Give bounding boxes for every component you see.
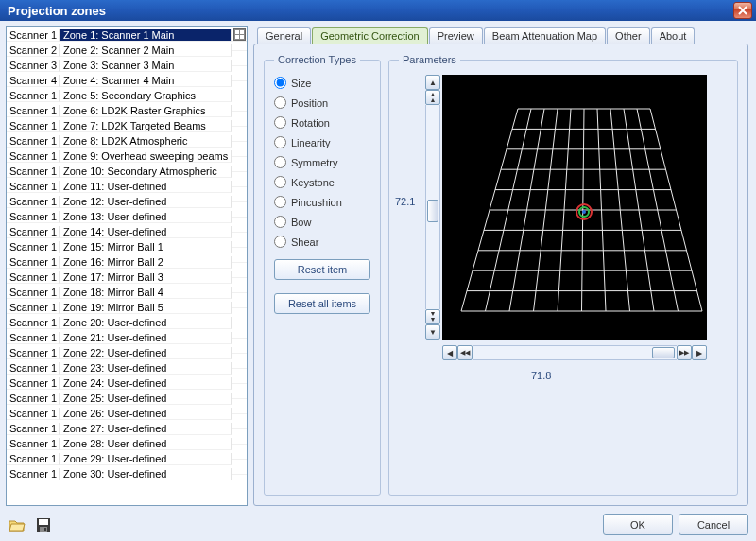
arrow-down-icon[interactable]: ▼: [425, 324, 440, 340]
zone-row[interactable]: Scanner 1Zone 13: User-defined: [7, 209, 247, 224]
radio-position[interactable]: [274, 96, 286, 109]
zone-row[interactable]: Scanner 1Zone 29: User-defined: [7, 451, 247, 466]
zone-scanner-cell: Scanner 1: [7, 241, 60, 253]
geometry-preview[interactable]: [442, 75, 707, 340]
tab-general[interactable]: General: [257, 27, 311, 44]
zone-row[interactable]: Scanner 1Zone 19: Mirror Ball 5: [7, 300, 247, 315]
zone-row[interactable]: Scanner 1Zone 26: User-defined: [7, 406, 247, 421]
zone-row[interactable]: Scanner 1Zone 21: User-defined: [7, 330, 247, 345]
correction-option-position[interactable]: Position: [274, 93, 370, 113]
zone-row[interactable]: Scanner 1Zone 14: User-defined: [7, 224, 247, 239]
zone-row[interactable]: Scanner 1Zone 18: Mirror Ball 4: [7, 285, 247, 300]
zone-name-cell: Zone 25: User-defined: [60, 393, 232, 405]
tab-preview[interactable]: Preview: [429, 27, 483, 44]
zone-row[interactable]: Scanner 1Zone 17: Mirror Ball 3: [7, 270, 247, 285]
ok-button[interactable]: OK: [603, 514, 673, 535]
zone-name-cell: Zone 11: User-defined: [60, 181, 232, 193]
cancel-button[interactable]: Cancel: [679, 514, 748, 535]
zone-row[interactable]: Scanner 1Zone 15: Mirror Ball 1: [7, 239, 247, 254]
zone-row[interactable]: Scanner 1Zone 8: LD2K Atmospheric: [7, 133, 247, 148]
tab-beam-attenuation[interactable]: Beam Attenuation Map: [484, 27, 606, 44]
zone-row[interactable]: Scanner 2Zone 2: Scanner 2 Main: [7, 43, 247, 58]
arrow-down-double-icon[interactable]: ▼▼: [425, 309, 440, 324]
zone-list[interactable]: Scanner 1Zone 1: Scanner 1 MainScanner 2…: [6, 26, 248, 506]
zone-row[interactable]: Scanner 1Zone 30: User-defined: [7, 466, 247, 481]
radio-shear[interactable]: [274, 236, 286, 248]
zone-row[interactable]: Scanner 4Zone 4: Scanner 4 Main: [7, 73, 247, 88]
zone-scanner-cell: Scanner 1: [7, 453, 60, 465]
zone-row[interactable]: Scanner 1Zone 5: Secondary Graphics: [7, 88, 247, 103]
zone-grid-icon: [232, 444, 247, 445]
arrow-left-double-icon[interactable]: ◀◀: [457, 345, 472, 360]
zone-row[interactable]: Scanner 1Zone 16: Mirror Ball 2: [7, 254, 247, 270]
zone-grid-icon: [232, 28, 247, 42]
close-button[interactable]: [733, 2, 752, 19]
tab-geometric-correction[interactable]: Geometric Correction: [312, 27, 428, 44]
horizontal-thumb[interactable]: [652, 347, 675, 358]
zone-name-cell: Zone 4: Scanner 4 Main: [60, 75, 232, 87]
correction-option-rotation[interactable]: Rotation: [274, 113, 370, 132]
zone-scanner-cell: Scanner 1: [7, 226, 60, 238]
tab-about[interactable]: About: [651, 27, 696, 44]
zone-name-cell: Zone 23: User-defined: [60, 362, 232, 375]
zone-grid-icon: [232, 247, 247, 248]
zone-grid-icon: [232, 413, 247, 414]
vertical-thumb[interactable]: [427, 200, 438, 222]
zone-name-cell: Zone 19: Mirror Ball 5: [60, 302, 232, 314]
zone-row[interactable]: Scanner 1Zone 20: User-defined: [7, 315, 247, 330]
zone-row[interactable]: Scanner 1Zone 22: User-defined: [7, 345, 247, 360]
right-panel: General Geometric Correction Preview Bea…: [253, 26, 748, 506]
zone-name-cell: Zone 9: Overhead sweeping beams: [60, 150, 232, 163]
zone-grid-icon: [232, 292, 247, 293]
correction-option-linearity[interactable]: Linearity: [274, 132, 370, 152]
radio-symmetry[interactable]: [274, 156, 286, 168]
horizontal-slider[interactable]: ◀ ◀◀ ▶▶ ▶: [442, 345, 707, 360]
zone-scanner-cell: Scanner 1: [7, 332, 60, 344]
zone-row[interactable]: Scanner 1Zone 9: Overhead sweeping beams: [7, 148, 247, 164]
reset-all-button[interactable]: Reset all items: [274, 293, 370, 314]
radio-rotation[interactable]: [274, 116, 286, 129]
save-file-button[interactable]: [32, 515, 55, 535]
zone-grid-icon: [232, 277, 247, 278]
zone-row[interactable]: Scanner 3Zone 3: Scanner 3 Main: [7, 58, 247, 73]
radio-pincushion[interactable]: [274, 196, 286, 208]
reset-item-button[interactable]: Reset item: [274, 259, 370, 280]
radio-size[interactable]: [274, 77, 286, 89]
zone-grid-icon: [232, 232, 247, 233]
zone-row[interactable]: Scanner 1Zone 23: User-defined: [7, 360, 247, 375]
arrow-up-icon[interactable]: ▲: [425, 75, 440, 90]
zone-scanner-cell: Scanner 1: [7, 135, 60, 148]
zone-row[interactable]: Scanner 1Zone 10: Secondary Atmospheric: [7, 164, 247, 179]
tab-other[interactable]: Other: [607, 27, 650, 44]
zone-row[interactable]: Scanner 1Zone 1: Scanner 1 Main: [7, 27, 247, 43]
arrow-up-double-icon[interactable]: ▲▲: [425, 90, 440, 105]
zone-grid-icon: [232, 80, 247, 81]
radio-keystone[interactable]: [274, 176, 286, 188]
zone-name-cell: Zone 15: Mirror Ball 1: [60, 241, 232, 253]
zone-row[interactable]: Scanner 1Zone 24: User-defined: [7, 375, 247, 391]
radio-linearity[interactable]: [274, 136, 286, 148]
zone-row[interactable]: Scanner 1Zone 25: User-defined: [7, 391, 247, 406]
zone-row[interactable]: Scanner 1Zone 28: User-defined: [7, 436, 247, 451]
arrow-left-icon[interactable]: ◀: [442, 345, 457, 360]
correction-option-shear[interactable]: Shear: [274, 232, 370, 252]
zone-grid-icon: [232, 96, 247, 96]
arrow-right-double-icon[interactable]: ▶▶: [677, 345, 692, 360]
correction-option-keystone[interactable]: Keystone: [274, 172, 370, 192]
radio-bow[interactable]: [274, 216, 286, 228]
vertical-slider[interactable]: ▲ ▲▲ ▼▼ ▼: [425, 75, 440, 340]
zone-row[interactable]: Scanner 1Zone 27: User-defined: [7, 421, 247, 436]
zone-row[interactable]: Scanner 1Zone 11: User-defined: [7, 179, 247, 194]
correction-option-bow[interactable]: Bow: [274, 212, 370, 232]
zone-row[interactable]: Scanner 1Zone 12: User-defined: [7, 194, 247, 209]
open-file-button[interactable]: [6, 515, 28, 535]
correction-option-size[interactable]: Size: [274, 73, 370, 93]
zone-row[interactable]: Scanner 1Zone 6: LD2K Raster Graphics: [7, 103, 247, 118]
zone-scanner-cell: Scanner 1: [7, 29, 60, 42]
correction-option-symmetry[interactable]: Symmetry: [274, 152, 370, 172]
correction-option-pincushion[interactable]: Pincushion: [274, 192, 370, 212]
zone-grid-icon: [232, 398, 247, 399]
zone-name-cell: Zone 29: User-defined: [60, 453, 232, 465]
zone-row[interactable]: Scanner 1Zone 7: LD2K Targeted Beams: [7, 118, 247, 133]
arrow-right-icon[interactable]: ▶: [692, 345, 707, 360]
